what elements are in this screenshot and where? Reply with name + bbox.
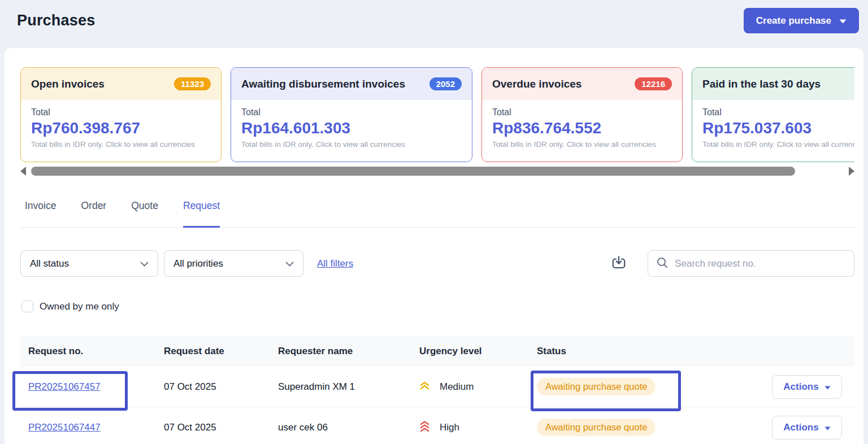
card-body: Total Rp836.764.552 Total bills in IDR o… <box>482 100 682 156</box>
purchase-tabs: Invoice Order Quote Request <box>20 199 854 228</box>
tab-invoice[interactable]: Invoice <box>25 199 56 228</box>
urgency-label: Medium <box>440 381 474 393</box>
status-filter-value: All status <box>30 258 69 269</box>
status-filter-dropdown[interactable]: All status <box>20 250 158 277</box>
actions-button[interactable]: Actions <box>772 375 842 399</box>
caret-down-icon <box>839 15 847 27</box>
table-header-row: Request no. Request date Requester name … <box>20 336 854 367</box>
card-title: Open invoices <box>31 78 105 90</box>
card-amount: Rp760.398.767 <box>31 119 211 137</box>
summary-cards-viewport: Open invoices 11323 Total Rp760.398.767 … <box>20 67 854 162</box>
request-date-cell: 07 Oct 2025 <box>164 422 278 433</box>
card-body: Total Rp760.398.767 Total bills in IDR o… <box>21 100 221 156</box>
urgency-high-icon <box>419 420 430 435</box>
count-badge: 2052 <box>429 77 462 90</box>
download-icon <box>610 254 627 273</box>
request-no-link[interactable]: PR20251067457 <box>28 381 101 392</box>
card-open-invoices[interactable]: Open invoices 11323 Total Rp760.398.767 … <box>20 67 222 162</box>
owned-by-me-checkbox[interactable] <box>21 301 33 312</box>
card-open-invoices-header: Open invoices 11323 <box>21 68 221 100</box>
page-title: Purchases <box>17 12 95 29</box>
summary-cards-row: Open invoices 11323 Total Rp760.398.767 … <box>20 67 854 162</box>
tab-order[interactable]: Order <box>81 199 106 228</box>
column-header-requester-name: Requester name <box>278 346 419 357</box>
card-body: Total Rp164.601.303 Total bills in IDR o… <box>231 100 472 156</box>
card-title: Overdue invoices <box>492 78 581 90</box>
chevron-down-icon <box>140 259 149 269</box>
column-header-status: Status <box>537 346 770 357</box>
main-panel: Open invoices 11323 Total Rp760.398.767 … <box>5 48 863 444</box>
card-note: Total bills in IDR only. Click to view a… <box>492 140 672 149</box>
requester-name-cell: Superadmin XM 1 <box>278 381 419 393</box>
owned-by-me-row: Owned by me only <box>20 301 854 312</box>
urgency-cell: Medium <box>419 381 537 393</box>
search-box <box>648 250 854 277</box>
scroll-left-arrow-icon[interactable] <box>20 167 26 176</box>
count-badge: 11323 <box>174 77 211 90</box>
urgency-cell: High <box>419 420 537 435</box>
tab-quote[interactable]: Quote <box>131 199 158 228</box>
request-no-link[interactable]: PR20251067447 <box>28 422 101 433</box>
requester-name-cell: user cek 06 <box>278 422 419 433</box>
status-badge: Awaiting purchase quote <box>537 378 656 395</box>
actions-button[interactable]: Actions <box>772 416 842 439</box>
create-purchase-label: Create purchase <box>756 15 831 27</box>
tab-request[interactable]: Request <box>183 199 220 228</box>
search-input[interactable] <box>675 258 846 269</box>
owned-by-me-label: Owned by me only <box>40 301 119 312</box>
page-header: Purchases Create purchase <box>0 0 868 41</box>
priority-filter-value: All priorities <box>173 258 223 269</box>
card-amount: Rp836.764.552 <box>492 119 672 137</box>
search-icon <box>656 256 669 271</box>
create-purchase-button[interactable]: Create purchase <box>744 8 859 33</box>
cards-horizontal-scrollbar <box>20 166 854 176</box>
actions-label: Actions <box>783 381 818 393</box>
column-header-urgency-level: Urgency level <box>419 346 537 357</box>
total-label: Total <box>492 107 672 117</box>
card-note: Total bills in IDR only. Click to view a… <box>31 140 211 149</box>
card-paid-header: Paid in the last 30 days 1 <box>692 68 854 100</box>
request-date-cell: 07 Oct 2025 <box>164 381 278 393</box>
urgency-medium-icon <box>419 381 430 393</box>
total-label: Total <box>702 107 854 117</box>
card-overdue-header: Overdue invoices 12216 <box>482 68 682 100</box>
card-note: Total bills in IDR only. Click to view a… <box>702 140 854 149</box>
total-label: Total <box>31 107 211 117</box>
filter-row: All status All priorities All filters <box>20 250 854 277</box>
total-label: Total <box>241 107 462 117</box>
table-row: PR20251067447 07 Oct 2025 user cek 06 Hi… <box>20 407 854 444</box>
card-overdue-invoices[interactable]: Overdue invoices 12216 Total Rp836.764.5… <box>481 67 683 162</box>
column-header-request-no: Request no. <box>28 346 164 357</box>
card-amount: Rp164.601.303 <box>241 119 462 137</box>
card-title: Paid in the last 30 days <box>702 78 821 90</box>
chevron-down-icon <box>285 259 294 269</box>
priority-filter-dropdown[interactable]: All priorities <box>164 250 303 277</box>
scrollbar-thumb[interactable] <box>31 167 795 176</box>
caret-down-icon <box>824 381 831 393</box>
card-amount: Rp175.037.603 <box>702 119 854 137</box>
card-body: Total Rp175.037.603 Total bills in IDR o… <box>692 100 854 156</box>
download-button[interactable] <box>610 254 627 273</box>
table-row: PR20251067457 07 Oct 2025 Superadmin XM … <box>20 367 854 407</box>
scrollbar-track[interactable] <box>31 167 844 176</box>
column-header-request-date: Request date <box>164 346 278 357</box>
count-badge: 12216 <box>635 77 672 90</box>
card-paid-last-30-days[interactable]: Paid in the last 30 days 1 Total Rp175.0… <box>692 67 854 162</box>
urgency-label: High <box>440 422 459 433</box>
card-note: Total bills in IDR only. Click to view a… <box>241 140 462 149</box>
status-badge: Awaiting purchase quote <box>537 419 656 436</box>
requests-table: Request no. Request date Requester name … <box>20 336 854 444</box>
scroll-right-arrow-icon[interactable] <box>849 167 854 176</box>
all-filters-link[interactable]: All filters <box>317 258 353 269</box>
caret-down-icon <box>824 422 831 433</box>
actions-label: Actions <box>783 422 818 433</box>
card-title: Awaiting disbursement invoices <box>241 78 405 90</box>
card-awaiting-header: Awaiting disbursement invoices 2052 <box>231 68 472 100</box>
card-awaiting-disbursement[interactable]: Awaiting disbursement invoices 2052 Tota… <box>231 67 472 162</box>
